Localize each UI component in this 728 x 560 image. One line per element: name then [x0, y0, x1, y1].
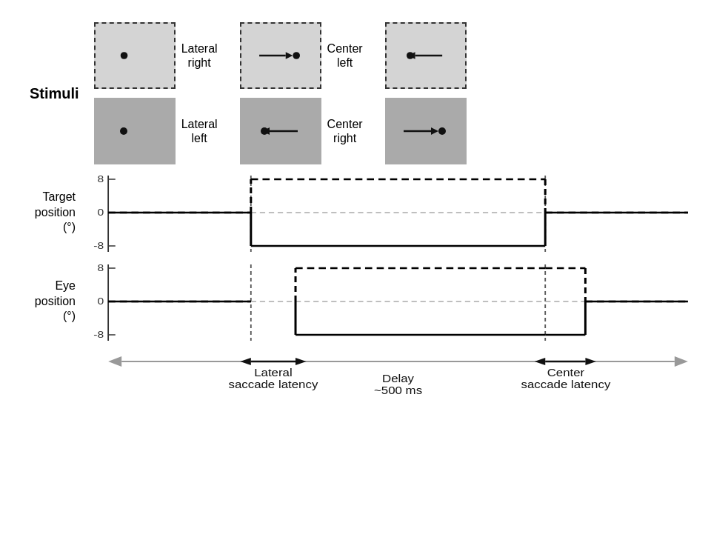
stimulus-lateral-right: Lateralright	[94, 22, 218, 89]
stimuli-section: Stimuli Lateralright	[30, 22, 472, 164]
svg-text:0: 0	[97, 207, 104, 217]
charts-section: Targetposition(°) 8 0 -8	[22, 172, 706, 342]
stimuli-label: Stimuli	[30, 85, 79, 102]
timeline-row: Lateral saccade latency Delay ~500 ms Ce…	[22, 345, 706, 412]
target-position-chart: 8 0 -8	[81, 172, 706, 253]
stimulus-box-lateral-right	[94, 22, 176, 89]
svg-point-0	[120, 52, 127, 59]
svg-text:Delay: Delay	[382, 373, 414, 384]
svg-text:saccade latency: saccade latency	[229, 379, 318, 390]
svg-marker-45	[535, 358, 545, 365]
svg-text:-8: -8	[93, 329, 104, 339]
svg-marker-43	[295, 358, 306, 365]
stimulus-box-center-right-bottom	[385, 98, 467, 164]
stimulus-box-center-right-top	[385, 22, 467, 89]
center-right-label: Centerright	[327, 117, 363, 145]
timeline-area: Lateral saccade latency Delay ~500 ms Ce…	[81, 345, 706, 412]
stimulus-center-left: Centerleft	[240, 22, 363, 89]
svg-marker-46	[585, 358, 595, 365]
svg-text:-8: -8	[93, 240, 104, 250]
svg-marker-2	[285, 52, 293, 59]
svg-text:8: 8	[97, 262, 104, 273]
svg-marker-39	[675, 356, 688, 367]
stimuli-bottom-row: Lateralleft Centerright	[94, 98, 472, 164]
svg-text:~500 ms: ~500 ms	[374, 384, 422, 396]
stimuli-top-row: Lateralright Centerleft	[94, 22, 472, 89]
stimulus-center-right-top	[385, 22, 472, 89]
svg-marker-12	[431, 127, 438, 135]
stimulus-center-right: Centerright	[240, 98, 363, 164]
svg-text:0: 0	[97, 296, 104, 306]
stimulus-center-right-bottom	[385, 98, 472, 164]
target-position-row: Targetposition(°) 8 0 -8	[22, 172, 706, 253]
target-chart-svg: 8 0 -8	[81, 172, 706, 253]
stimuli-grid: Lateralright Centerleft	[94, 22, 472, 164]
svg-text:saccade latency: saccade latency	[521, 379, 611, 390]
stimulus-box-center-left	[240, 22, 321, 89]
center-left-label: Centerleft	[327, 41, 363, 70]
eye-chart-svg: 8 0 -8	[81, 261, 706, 342]
svg-text:8: 8	[97, 173, 104, 184]
svg-marker-42	[240, 358, 250, 365]
stimulus-box-center-right	[240, 98, 321, 164]
eye-position-chart: 8 0 -8	[81, 261, 706, 342]
svg-point-3	[293, 52, 300, 59]
target-position-label: Targetposition(°)	[22, 190, 81, 236]
eye-position-label: Eyeposition(°)	[22, 279, 81, 324]
svg-point-7	[120, 127, 127, 135]
main-container: Stimuli Lateralright	[0, 0, 728, 560]
lateral-left-label: Lateralleft	[181, 117, 218, 145]
svg-text:Lateral: Lateral	[254, 367, 293, 378]
timeline-svg: Lateral saccade latency Delay ~500 ms Ce…	[81, 345, 706, 412]
stimulus-box-lateral-left	[94, 98, 176, 164]
stimulus-lateral-left: Lateralleft	[94, 98, 218, 164]
svg-text:Center: Center	[547, 367, 585, 378]
svg-point-13	[438, 127, 446, 135]
lateral-right-label: Lateralright	[181, 41, 218, 70]
svg-marker-38	[108, 356, 121, 367]
eye-position-row: Eyeposition(°) 8 0 -8	[22, 261, 706, 342]
